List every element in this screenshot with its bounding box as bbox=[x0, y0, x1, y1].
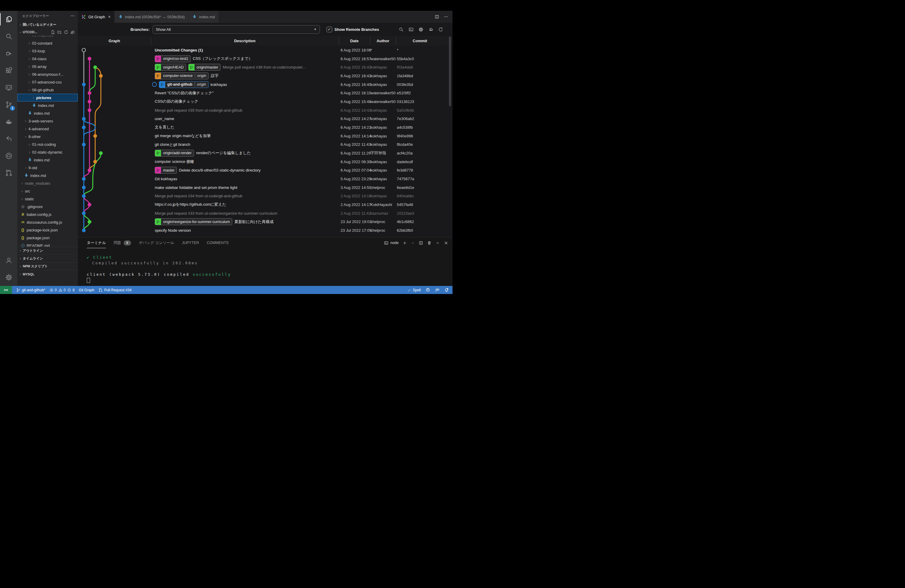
panel-tab-ターミナル[interactable]: ターミナル bbox=[87, 237, 106, 248]
branch-label-computer-science[interactable]: computer-scienceorigin bbox=[155, 72, 209, 79]
new-file-icon[interactable] bbox=[51, 30, 55, 35]
commit-row-f8cda40e[interactable]: git cloneとgit branch6 Aug 2022 11:43kokh… bbox=[78, 140, 452, 149]
activitybar-history[interactable] bbox=[0, 130, 17, 147]
branches-dropdown[interactable]: Show All ▼ bbox=[152, 25, 320, 34]
branch-label-origin/master[interactable]: origin/master bbox=[188, 64, 221, 71]
tab-index-md-1[interactable]: index.md (003fe35d^ ↔ 003fe35d) bbox=[114, 11, 189, 23]
tree-folder-src[interactable]: src bbox=[17, 187, 78, 195]
editor-more-icon[interactable] bbox=[443, 14, 448, 19]
activitybar-search[interactable] bbox=[0, 28, 17, 45]
activitybar-docker[interactable] bbox=[0, 113, 17, 130]
branch-label-origin/add-render[interactable]: origin/add-render bbox=[155, 150, 194, 157]
project-section[interactable]: UTCOD... bbox=[17, 28, 78, 36]
commit-row-acf4c20a[interactable]: origin/add-renderrenderのページを編集しました6 Aug … bbox=[78, 149, 452, 157]
activitybar-extensions[interactable] bbox=[0, 62, 17, 79]
commit-row-5a0c9b4b[interactable]: Merge pull request #35 from ut-code/git-… bbox=[78, 106, 452, 114]
close-tab-icon[interactable]: × bbox=[108, 14, 110, 19]
tree-folder-06-anonymous-f...[interactable]: 06-anonymous-f... bbox=[17, 70, 78, 78]
tree-file-docusaurus.config.js[interactable]: JSdocusaurus.config.js bbox=[17, 218, 78, 226]
commit-row-7e306ab2[interactable]: user_name6 Aug 2022 14:27kokhayas7e306ab… bbox=[78, 114, 452, 123]
tree-folder-03-loop[interactable]: 03-loop bbox=[17, 47, 78, 55]
terminal-shell-item[interactable]: node bbox=[384, 241, 399, 245]
status-problems[interactable]: 0 0 8 bbox=[49, 288, 75, 292]
commit-row-*[interactable]: Uncommitted Changes (1)6 Aug 2022 18:06*… bbox=[78, 46, 452, 54]
tree-file-index.md[interactable]: index.md bbox=[17, 172, 78, 180]
tree-folder-02-constant[interactable]: 02-constant bbox=[17, 39, 78, 47]
maximize-panel-icon[interactable] bbox=[435, 241, 440, 245]
commit-row-640eabbc[interactable]: Merge pull request #34 from ut-code/git-… bbox=[78, 192, 452, 200]
tree-folder-08-git-github[interactable]: 08-git-github bbox=[17, 86, 78, 94]
notifications-icon[interactable] bbox=[444, 288, 449, 292]
show-remote-branches-checkbox[interactable]: ✓ bbox=[327, 27, 332, 32]
status-branch[interactable]: git-and-github* bbox=[16, 288, 45, 292]
commit-row-7475677a[interactable]: Git kokhayas5 Aug 2022 23:29kokhayas7475… bbox=[78, 175, 452, 183]
split-editor-icon[interactable] bbox=[435, 14, 439, 19]
commit-row-fe3d8778[interactable]: masterDelete docs/8-other/02-static-dyna… bbox=[78, 166, 452, 175]
refresh-explorer-icon[interactable] bbox=[64, 30, 68, 35]
sidebar-section-NPM スクリプト[interactable]: NPM スクリプト bbox=[17, 262, 78, 270]
status-spell[interactable]: Spell bbox=[407, 288, 421, 292]
commit-row-03138123[interactable]: CSSの節の画像チェック6 Aug 2022 15:48waterwalker5… bbox=[78, 97, 452, 106]
remote-indicator[interactable]: >< bbox=[0, 286, 12, 294]
tree-folder-02-static-dynamic[interactable]: 02-static-dynamic bbox=[17, 148, 78, 156]
activitybar-accounts[interactable] bbox=[0, 252, 17, 269]
commit-row-e51f3ff2[interactable]: Revert "CSSの節の画像チェック"6 Aug 2022 16:10wat… bbox=[78, 89, 452, 97]
open-terminal-icon[interactable] bbox=[408, 27, 414, 32]
terminal-dropdown-icon[interactable] bbox=[411, 241, 415, 245]
refresh-graph-icon[interactable] bbox=[438, 27, 443, 32]
branch-label-origin/reorganize-for-summer-curriculum[interactable]: origin/reorganize-for-summer-curriculum bbox=[155, 218, 232, 225]
activitybar-pull-requests[interactable] bbox=[0, 164, 17, 181]
kill-terminal-icon[interactable] bbox=[427, 241, 432, 245]
tree-folder-8-other[interactable]: 8-other bbox=[17, 133, 78, 140]
tree-folder-01-Inspector[interactable]: 01-Inspector bbox=[17, 36, 78, 39]
branch-label-git-and-github[interactable]: git-and-githuborigin bbox=[159, 81, 209, 88]
tree-folder-9-old[interactable]: 9-old bbox=[17, 164, 78, 172]
commit-row-5457fa48[interactable]: https://.co.jpをhttps://github.comに変えた2 A… bbox=[78, 200, 452, 209]
status-pull-request[interactable]: Pull Request #34 bbox=[98, 288, 132, 292]
tab-index-md-2[interactable]: index.md bbox=[189, 11, 219, 23]
activitybar-github[interactable] bbox=[0, 147, 17, 164]
feedback-icon[interactable] bbox=[435, 288, 440, 292]
activitybar-run-debug[interactable] bbox=[0, 45, 17, 62]
tree-file-package-lock.json[interactable]: {}package-lock.json bbox=[17, 226, 78, 234]
tree-file-package.json[interactable]: {}package.json bbox=[17, 234, 78, 242]
tree-folder-4-advanced[interactable]: 4-advanced bbox=[17, 125, 78, 133]
new-folder-icon[interactable] bbox=[57, 30, 62, 35]
sidebar-section-アウトライン[interactable]: アウトライン bbox=[17, 247, 78, 254]
tree-folder-05-array[interactable]: 05-array bbox=[17, 63, 78, 70]
panel-tab-問題[interactable]: 問題8 bbox=[114, 237, 131, 248]
close-panel-icon[interactable] bbox=[444, 241, 448, 245]
tree-file-index.md[interactable]: index.md bbox=[17, 102, 78, 109]
commit-row-6eae8d1e[interactable]: make sidebar foldable and set prism them… bbox=[78, 183, 452, 192]
panel-tab-JUPYTER[interactable]: JUPYTER bbox=[182, 237, 199, 248]
sidebar-more-icon[interactable] bbox=[70, 13, 75, 18]
table-scrollbar[interactable] bbox=[449, 37, 451, 106]
status-git-graph[interactable]: Git Graph bbox=[79, 288, 94, 292]
tree-folder-node_modules[interactable]: node_modules bbox=[17, 180, 78, 187]
panel-tab-COMMENTS[interactable]: COMMENTS bbox=[207, 237, 229, 248]
open-editors-section[interactable]: 開いているエディター bbox=[17, 21, 78, 28]
branch-label-origin/css-test1[interactable]: origin/css-test1 bbox=[155, 56, 191, 62]
tree-folder-pictures[interactable]: pictures bbox=[17, 94, 78, 102]
split-terminal-icon[interactable] bbox=[419, 241, 423, 245]
commit-row-4b1c6862[interactable]: origin/reorganize-for-summer-curriculum夏… bbox=[78, 217, 452, 226]
search-commits-icon[interactable] bbox=[399, 27, 404, 32]
commit-row-a4c538fb[interactable]: 文を直した6 Aug 2022 14:21kokhayasa4c538fb bbox=[78, 123, 452, 132]
activitybar-remote-explorer[interactable] bbox=[0, 79, 17, 96]
commit-row-62bb3fb0[interactable]: specify Node version23 Jul 2022 17:09che… bbox=[78, 226, 452, 235]
sidebar-section-タイムライン[interactable]: タイムライン bbox=[17, 254, 78, 262]
tab-git-graph[interactable]: Git Graph× bbox=[78, 11, 114, 23]
activitybar-source-control[interactable]: 1 bbox=[0, 96, 17, 113]
tree-folder-static[interactable]: static bbox=[17, 195, 78, 203]
commit-row-f03a4da6[interactable]: origin/HEADorigin/masterMerge pull reque… bbox=[78, 63, 452, 72]
new-terminal-icon[interactable] bbox=[403, 241, 407, 245]
sidebar-section-MYSQL[interactable]: MYSQL bbox=[17, 270, 78, 278]
tree-folder-3-web-servers[interactable]: 3-web-servers bbox=[17, 117, 78, 125]
fetch-remote-icon[interactable] bbox=[428, 27, 433, 32]
activitybar-explorer[interactable] bbox=[0, 11, 17, 28]
tree-file-.gitignore[interactable]: .gitignore bbox=[17, 203, 78, 210]
settings-icon[interactable] bbox=[418, 27, 424, 32]
tree-file-index.md[interactable]: index.md bbox=[17, 156, 78, 164]
tree-folder-01-not-coding[interactable]: 01-not-coding bbox=[17, 140, 78, 148]
commit-row-10223ae3[interactable]: Merge pull request #33 from ut-code/reor… bbox=[78, 209, 452, 218]
